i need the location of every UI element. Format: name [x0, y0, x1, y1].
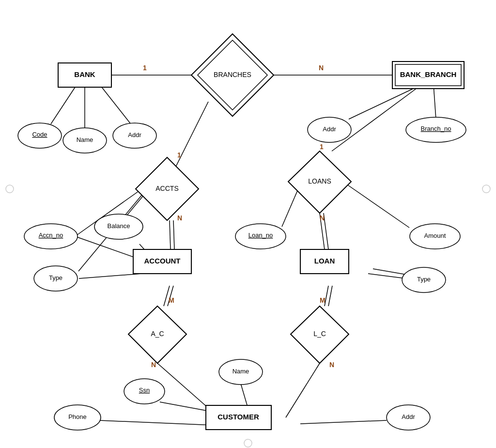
svg-line-32: [300, 420, 387, 424]
card-loan-lc-m: M: [320, 296, 326, 304]
svg-line-18: [373, 269, 409, 275]
svg-line-28: [286, 363, 320, 417]
loan-label: LOAN: [314, 257, 335, 265]
svg-line-7: [172, 102, 208, 174]
svg-line-19: [368, 274, 406, 278]
svg-line-8: [332, 85, 421, 151]
account-label: ACCOUNT: [144, 257, 181, 265]
er-diagram-svg: BRANCHES ACCTS LOANS A_C L_C BANK BANK_B…: [0, 0, 496, 448]
er-diagram-page: BRANCHES ACCTS LOANS A_C L_C BANK BANK_B…: [0, 0, 496, 448]
svg-line-4: [102, 87, 131, 124]
cust-phone-text: Phone: [68, 413, 87, 420]
svg-line-10: [173, 220, 174, 249]
svg-line-6: [434, 85, 436, 119]
acc-balance-text: Balance: [108, 222, 130, 230]
lc-label: L_C: [313, 330, 326, 338]
card-loans-loan-n: N: [320, 214, 325, 222]
edge-circle-right: [482, 185, 490, 193]
branches-label: BRANCHES: [214, 71, 251, 78]
card-account-ac-m: M: [169, 296, 174, 304]
customer-label: CUSTOMER: [217, 413, 259, 421]
card-branches-accts-1: 1: [177, 151, 181, 159]
svg-line-26: [328, 286, 332, 306]
card-branches-bb-n: N: [319, 64, 324, 72]
card-bb-loans-1: 1: [320, 143, 324, 151]
svg-line-5: [349, 85, 421, 119]
loan-type-text: Type: [417, 276, 431, 283]
cust-addr-text: Addr: [402, 413, 415, 420]
loans-label: LOANS: [308, 177, 331, 185]
edge-circle-left: [6, 185, 14, 193]
cust-ssn-text: Ssn: [139, 386, 150, 394]
bank-branch-label: BANK_BRANCH: [400, 70, 457, 78]
svg-line-17: [346, 184, 409, 228]
acc-accno-text: Accn_no: [39, 232, 63, 239]
bank-label: BANK: [74, 70, 95, 78]
card-accts-account-n: N: [177, 214, 182, 222]
bank-addr-text: Addr: [128, 131, 141, 139]
cust-name-text: Name: [232, 368, 249, 375]
edge-circle-bottom: [244, 439, 252, 447]
bb-addr-text: Addr: [323, 125, 336, 133]
loan-amount-text: Amount: [424, 232, 446, 239]
card-lc-customer-n: N: [329, 361, 334, 369]
bb-branchno-text: Branch_no: [421, 125, 451, 132]
bank-code-text: Code: [32, 131, 47, 138]
bank-name-text: Name: [77, 136, 93, 143]
svg-line-2: [51, 87, 75, 124]
ac-label: A_C: [151, 330, 164, 338]
acc-type-text: Type: [49, 274, 62, 281]
card-bank-branches-1: 1: [143, 64, 147, 72]
svg-line-9: [170, 220, 170, 249]
card-ac-customer-n: N: [151, 361, 156, 369]
loan-loanno-text: Loan_no: [248, 232, 273, 239]
accts-label: ACCTS: [155, 185, 178, 192]
